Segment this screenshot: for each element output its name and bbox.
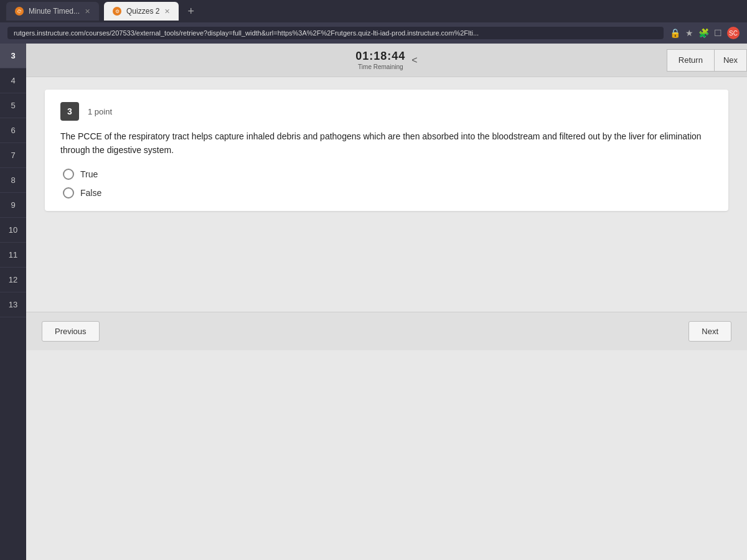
- sidebar-item-3[interactable]: 3: [0, 44, 26, 68]
- sidebar-item-13[interactable]: 13: [0, 292, 26, 317]
- timer-value: 01:18:44: [355, 50, 405, 63]
- browser-titlebar: ⏱ Minute Timed... ✕ ⚙ Quizzes 2 ✕ +: [0, 0, 747, 22]
- extension-icon[interactable]: 🧩: [698, 28, 709, 38]
- tab-2-close[interactable]: ✕: [164, 7, 170, 16]
- sidebar-num-7: 7: [11, 151, 15, 160]
- top-bar: 01:18:44 Time Remaining < Return Nex: [26, 44, 747, 77]
- sidebar-num-13: 13: [9, 300, 17, 309]
- sidebar-num-11: 11: [9, 250, 17, 259]
- tab-2-label: Quizzes 2: [126, 7, 159, 16]
- sidebar-item-11[interactable]: 11: [0, 243, 26, 268]
- sidebar-num-6: 6: [11, 126, 15, 135]
- tab-1-label: Minute Timed...: [29, 7, 80, 16]
- radio-true[interactable]: [63, 169, 74, 180]
- question-text: The PCCE of the respiratory tract helps …: [60, 129, 713, 157]
- question-card: 3 1 point The PCCE of the respiratory tr…: [45, 90, 728, 211]
- sidebar-item-5[interactable]: 5: [0, 93, 26, 118]
- sidebar-num-8: 8: [11, 175, 15, 185]
- content-area: 01:18:44 Time Remaining < Return Nex 3 1…: [26, 44, 747, 560]
- option-false-label: False: [80, 188, 101, 198]
- tab-1-favicon: ⏱: [15, 7, 24, 16]
- timer-collapse-button[interactable]: <: [411, 55, 417, 66]
- option-false[interactable]: False: [63, 187, 713, 198]
- answer-options: True False: [63, 169, 713, 198]
- navigation-buttons: Previous Next: [26, 312, 747, 350]
- sidebar-item-8[interactable]: 8: [0, 168, 26, 193]
- sidebar-item-4[interactable]: 4: [0, 68, 26, 93]
- new-tab-button[interactable]: +: [184, 5, 198, 18]
- timer-label: Time Remaining: [358, 63, 403, 70]
- tab-1[interactable]: ⏱ Minute Timed... ✕: [6, 2, 99, 21]
- tab-2[interactable]: ⚙ Quizzes 2 ✕: [104, 2, 179, 21]
- question-points: 1 point: [88, 107, 112, 116]
- sidebar-num-12: 12: [9, 275, 17, 284]
- sidebar-num-9: 9: [11, 200, 15, 210]
- question-container: 3 1 point The PCCE of the respiratory tr…: [26, 77, 747, 312]
- sidebar-item-10[interactable]: 10: [0, 218, 26, 243]
- sidebar-num-4: 4: [11, 76, 15, 85]
- address-bar-icons: 🔒 ★ 🧩 ☐ SC: [670, 27, 740, 39]
- tab-1-close[interactable]: ✕: [85, 7, 90, 16]
- question-number-badge: 3: [60, 102, 79, 121]
- main-container: 3 4 5 6 7 8 9 10 11 12 13: [0, 44, 747, 560]
- return-button[interactable]: Return: [667, 49, 715, 72]
- top-bar-actions: Return Nex: [667, 49, 747, 72]
- radio-false[interactable]: [63, 187, 74, 198]
- lock-icon: 🔒: [670, 28, 680, 38]
- sidebar-num-5: 5: [11, 101, 15, 110]
- browser-addressbar: rutgers.instructure.com/courses/207533/e…: [0, 22, 747, 44]
- tab-2-favicon: ⚙: [113, 7, 121, 16]
- question-sidebar: 3 4 5 6 7 8 9 10 11 12 13: [0, 44, 26, 560]
- sidebar-item-7[interactable]: 7: [0, 143, 26, 168]
- option-true[interactable]: True: [63, 169, 713, 180]
- sidebar-item-12[interactable]: 12: [0, 268, 26, 292]
- star-icon[interactable]: ★: [685, 28, 693, 38]
- sidebar-num-10: 10: [9, 225, 17, 235]
- window-icon[interactable]: ☐: [714, 28, 722, 38]
- option-true-label: True: [80, 169, 98, 179]
- question-header: 3 1 point: [60, 102, 713, 121]
- timer-section: 01:18:44 Time Remaining: [355, 50, 405, 70]
- next-top-button[interactable]: Nex: [715, 49, 747, 72]
- sidebar-item-6[interactable]: 6: [0, 118, 26, 143]
- profile-icon[interactable]: SC: [727, 27, 740, 39]
- url-bar[interactable]: rutgers.instructure.com/courses/207533/e…: [7, 27, 664, 39]
- next-button[interactable]: Next: [688, 321, 731, 342]
- sidebar-item-9[interactable]: 9: [0, 193, 26, 218]
- sidebar-num-3: 3: [11, 51, 15, 60]
- lower-area: [26, 350, 747, 560]
- previous-button[interactable]: Previous: [42, 321, 100, 342]
